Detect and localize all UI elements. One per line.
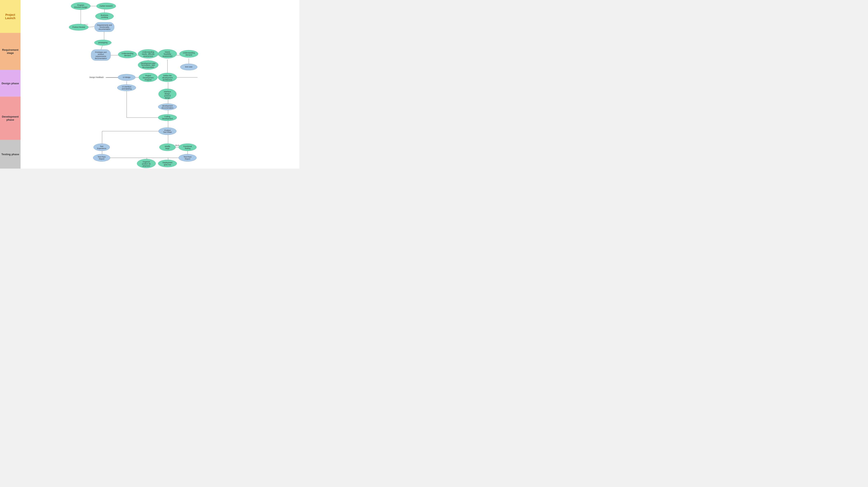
test-experience-label1: Test	[100, 145, 103, 147]
interface-design-label3: protocol	[164, 95, 171, 97]
product-test-sheet-label1: Product	[164, 129, 170, 131]
sidebar-testing-phase: Testing phase	[0, 140, 21, 169]
prototype-doc-label2: product	[98, 53, 104, 55]
sidebar: ProjectLaunch Requirementstage Design ph…	[0, 0, 21, 169]
prototype-doc-label1: Prototype and	[95, 51, 106, 53]
test-experience-label2: Experience	[97, 147, 106, 149]
coding-dev-label1: Coding,	[164, 116, 170, 118]
understanding-needs-label2: needs, difficulty	[142, 53, 155, 55]
ui-interface-label1: UI interface	[122, 86, 131, 88]
understanding-demand1-label2: demand	[124, 55, 131, 57]
test-pass-report1-label2: Report	[99, 158, 104, 160]
interface-design-label1: Interface	[164, 91, 171, 93]
modify-bugs-label2: bugs	[165, 147, 169, 149]
understanding-needs-label3: assessment	[143, 55, 153, 57]
understanding-demand1-label1: Understanding	[122, 53, 133, 55]
sidebar-development-phase: Developmentphase	[0, 97, 21, 140]
diagram-svg: BUG Program Direction Design market rese…	[21, 0, 299, 169]
needs-feasibility-label3: assessment	[163, 55, 173, 57]
understanding-demand2-label2: demand	[185, 54, 192, 56]
sidebar-project-launch: ProjectLaunch	[0, 0, 21, 33]
project-dev-prog-label1: Project	[145, 74, 151, 77]
organize-product-label2: product de	[142, 163, 151, 165]
deployment-live-label2: goes live	[164, 164, 171, 166]
sidebar-design-phase: Design phase	[0, 70, 21, 97]
program-direction-label2: Direction Design	[74, 6, 87, 8]
coding-dev-label2: Development	[162, 118, 173, 120]
req-func-label1: Requirements and	[97, 24, 112, 26]
organize-product-label3: ployment	[143, 165, 150, 167]
prototype-doc-label4: documentation	[95, 57, 107, 59]
understanding-needs-label1: Understanding	[142, 51, 154, 53]
project-dev-prog-label3: Program	[145, 79, 152, 81]
test-pass-report2-label2: Report	[185, 158, 190, 160]
req-func-label3: documentation	[98, 28, 111, 30]
dev-doc-label1: development	[162, 105, 173, 107]
ui-design-label: UI design	[123, 76, 130, 78]
design-phase-label: Design phase	[2, 82, 19, 85]
svg-line-4	[88, 27, 94, 27]
main-canvas: BUG Program Direction Design market rese…	[21, 0, 299, 169]
interface-design-label4: design	[165, 97, 170, 99]
req-func-label2: functionality	[100, 26, 110, 28]
test-pass-report1-label1: Test Pass	[98, 156, 106, 158]
define-dev-arch-label2: development	[162, 77, 173, 79]
business-combing-label2: combing	[101, 16, 108, 18]
development-phase-label: Developmentphase	[2, 115, 19, 121]
design-feedback-label: Design Feedback	[89, 76, 104, 78]
prototype-doc-label3: requirements	[96, 55, 106, 57]
dev-plan-label1: Development plan	[141, 62, 156, 64]
test-pass-report2-label1: Test Pass	[184, 156, 192, 158]
functional-testing-label1: Functional	[183, 145, 192, 147]
test-case-label: test case	[185, 66, 193, 68]
business-combing-label1: Business	[101, 14, 108, 16]
program-direction-label: Program	[77, 4, 84, 6]
product-test-sheet-label2: Test Sheet	[163, 131, 172, 133]
testing-phase-label: Testing phase	[1, 153, 19, 156]
define-dev-arch-label1: Define the	[163, 74, 172, 77]
market-research-label: market research	[99, 5, 113, 7]
page-wrapper: ProjectLaunch Requirementstage Design ph…	[0, 0, 299, 169]
modify-bugs-label1: Modify	[165, 145, 170, 147]
understanding-demand2-label1: Understanding	[183, 52, 195, 54]
dev-plan-label3: decomposition	[142, 66, 154, 68]
functional-testing-label2: Testing	[185, 147, 190, 149]
define-dev-arch-label3: architecture	[163, 79, 172, 81]
requirement-stage-label: Requirementstage	[2, 48, 18, 55]
organize-product-label1: Organize	[143, 161, 150, 163]
bug-label: BUG	[175, 144, 179, 146]
sidebar-requirement-stage: Requirementstage	[0, 33, 21, 70]
prototyping-label: prototyping	[98, 41, 107, 43]
needs-feasibility-label2: feasibility	[164, 53, 171, 55]
ui-interface-label2: and labeling	[122, 88, 131, 90]
product-review-label: Product Review	[72, 26, 85, 28]
interface-design-label2: design,	[164, 93, 170, 95]
dev-doc-label2: documentation	[161, 107, 173, 109]
project-launch-label: ProjectLaunch	[5, 13, 16, 20]
dev-plan-label2: formulation, task	[142, 64, 155, 66]
deployment-live-label1: Deployment	[163, 161, 173, 164]
needs-feasibility-label1: Needs	[165, 51, 170, 53]
project-dev-prog-label2: Development	[143, 77, 154, 79]
